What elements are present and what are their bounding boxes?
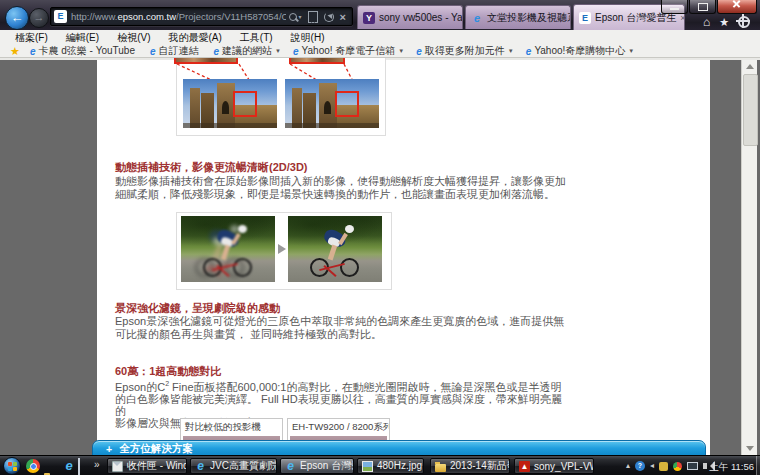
favorite-yahoo-shopping[interactable]: eYahoo!奇摩購物中心▼ [520, 44, 640, 58]
cyclist-photo-blurry [181, 216, 275, 282]
refresh-icon[interactable] [321, 12, 337, 22]
section-body-frame-interpolation: 動態影像插補技術會在原始影像間插入新的影像，使得動態解析度大幅獲得提昇，讓影像更… [115, 175, 566, 201]
compare-label: EH-TW9200 / 8200系列 [288, 419, 389, 435]
ie-page-icon: e [526, 46, 532, 57]
taskbar-button-new-products-folder[interactable]: 2013-14新品發... [430, 458, 510, 474]
tab-label: 文堂投影機及視聽系統採... [487, 11, 571, 25]
gear-icon[interactable] [738, 16, 750, 28]
home-icon[interactable]: ⌂ [703, 15, 710, 29]
menu-favorites[interactable]: 我的最愛(A) [159, 31, 230, 45]
compare-label: 對比較低的投影機 [181, 419, 282, 435]
tab-projector-store[interactable]: e 文堂投影機及視聽系統採... [465, 5, 571, 29]
input-method-tray-icon[interactable] [659, 462, 668, 471]
castle-photo-left [183, 79, 277, 128]
image-file-icon [362, 461, 373, 472]
menu-help[interactable]: 說明(H) [282, 31, 334, 45]
yahoo-favicon: Y [363, 12, 375, 24]
back-icon: ← [11, 10, 24, 25]
scroll-down-icon[interactable] [746, 446, 754, 451]
section-heading-contrast: 60萬：1超高動態對比 [115, 364, 221, 379]
system-tray: ▴ ? ◂ [626, 460, 710, 472]
taskbar-button-inbox[interactable]: 收件匣 - Wind... [107, 458, 187, 474]
menu-edit[interactable]: 編輯(E) [57, 31, 108, 45]
minimize-button[interactable] [661, 0, 688, 14]
forward-button[interactable]: → [29, 8, 49, 28]
browser-titlebar: ← → E http://www. epson.com.tw /Projecto… [0, 0, 760, 30]
menu-tools[interactable]: 工具(T) [231, 31, 282, 45]
app-tray-icon[interactable] [673, 462, 682, 471]
chevron-left-icon[interactable]: ◂ [650, 460, 654, 472]
menu-file[interactable]: 檔案(F) [6, 31, 57, 45]
taskbar-button-jvc[interactable]: e JVC高畫質劇院... [190, 458, 277, 474]
favorites-star-icon[interactable]: ★ [6, 45, 24, 58]
favorite-yahoo-mail[interactable]: eYahoo! 奇摩電子信箱▼ [287, 44, 410, 58]
folder-icon [435, 464, 446, 472]
ie-page-icon: e [30, 46, 36, 57]
scrollbar-thumb[interactable] [743, 74, 758, 146]
favorite-custom-links[interactable]: e自訂連結 [144, 44, 208, 58]
help-tray-icon[interactable]: ? [635, 461, 645, 471]
menu-view[interactable]: 檢視(V) [108, 31, 159, 45]
zoom-region-box-left [233, 91, 257, 117]
menu-bar: 檔案(F) 編輯(E) 檢視(V) 我的最愛(A) 工具(T) 說明(H) [0, 30, 760, 45]
ie-page-icon: e [150, 46, 156, 57]
chevron-down-icon: ▼ [398, 48, 404, 54]
volume-tray-icon[interactable] [703, 463, 707, 469]
network-tray-icon[interactable] [687, 462, 698, 470]
favorites-bar: ★ e卡農 d弦樂 - YouTube e自訂連結 e建議的網站▼ eYahoo… [0, 45, 760, 58]
taskbar-clock[interactable]: 上午 11:56 [709, 461, 754, 474]
tab-sony-vw500es[interactable]: Y sony vw500es - Yahoo奇... [357, 5, 463, 29]
windows-logo-icon [8, 462, 17, 471]
epson-favicon: E [579, 12, 591, 24]
chrome-icon[interactable] [26, 459, 40, 473]
favorite-more-addons[interactable]: e取得更多附加元件▼ [410, 44, 520, 58]
internet-explorer-icon[interactable]: e [62, 459, 76, 473]
ie-icon: e [195, 461, 206, 472]
site-favicon: E [54, 10, 67, 23]
favorite-suggested-sites[interactable]: e建議的網站▼ [208, 44, 288, 58]
search-icon[interactable]: ▾ [286, 13, 305, 21]
ie-page-icon: e [416, 46, 422, 57]
vertical-scrollbar[interactable] [741, 60, 757, 455]
maximize-button[interactable] [689, 0, 716, 14]
accordion-total-solutions[interactable]: + 全方位解決方案 [92, 440, 706, 455]
chevron-down-icon: ▼ [628, 48, 634, 54]
back-button[interactable]: ← [5, 6, 29, 30]
ie-page-icon: e [214, 46, 220, 57]
media-player-icon[interactable] [78, 459, 92, 473]
ie-icon: e [285, 461, 296, 472]
start-button[interactable] [3, 457, 21, 475]
tab-close-icon[interactable]: × [676, 13, 685, 23]
pdf-icon: ▲ [519, 461, 530, 472]
section-heading-frame-interpolation: 動態插補技術，影像更流暢清晰(2D/3D) [115, 160, 308, 175]
minimize-icon [670, 8, 679, 10]
mail-icon [112, 461, 123, 472]
section-body-cinema-filter: Epson景深強化濾鏡可從燈光的三原色中萃取非常純的色調來產生更寬廣的色域，進而… [115, 315, 564, 341]
close-button[interactable] [717, 0, 757, 14]
chevron-down-icon: ▼ [508, 48, 514, 54]
taskbar-button-480hz-jpg[interactable]: 480Hz.jpg - 小... [357, 458, 424, 474]
plus-icon: + [106, 443, 112, 455]
forward-icon: → [34, 11, 45, 23]
zoom-region-box-right [335, 91, 359, 117]
toolbar-overflow-chevron[interactable]: » [94, 459, 100, 470]
hidden-icons-chevron[interactable]: ▴ [626, 460, 630, 472]
browser-toolbar-icons: ⌂ ★ [703, 15, 750, 29]
chevron-down-icon: ▼ [275, 48, 281, 54]
taskbar-button-epson[interactable]: e Epson 台灣愛... [280, 458, 354, 474]
page-viewport: 動態插補技術，影像更流暢清晰(2D/3D) 動態影像插補技術會在原始影像間插入新… [0, 58, 760, 455]
stop-icon[interactable]: × [337, 11, 349, 23]
favorites-icon[interactable]: ★ [719, 16, 729, 29]
taskbar: e » 收件匣 - Wind... e JVC高畫質劇院... e Epson … [0, 455, 760, 475]
scroll-up-icon[interactable] [746, 64, 754, 69]
url-domain: epson.com.tw [117, 11, 176, 22]
favorite-youtube[interactable]: e卡農 d弦樂 - YouTube [24, 44, 144, 58]
cyclist-photo-sharp [288, 216, 382, 282]
section-heading-cinema-filter: 景深強化濾鏡，呈現劇院級的感動 [115, 301, 280, 316]
taskbar-button-sony-pdf[interactable]: ▲ sony_VPL-VW5... [514, 458, 594, 474]
ie-favicon: e [471, 12, 483, 24]
address-bar[interactable]: E http://www. epson.com.tw /Projectors/V… [50, 7, 353, 26]
window-controls [660, 0, 757, 14]
compatibility-view-icon[interactable] [305, 11, 321, 23]
show-desktop-button[interactable] [756, 456, 760, 475]
